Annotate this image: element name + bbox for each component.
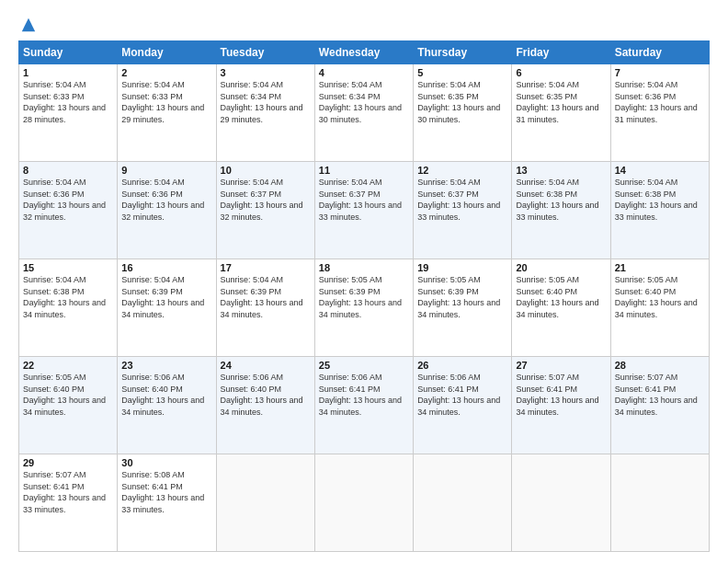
day-info: Sunrise: 5:05 AMSunset: 6:40 PMDaylight:…	[516, 275, 598, 319]
th-friday: Friday	[512, 41, 610, 64]
day-info: Sunrise: 5:04 AMSunset: 6:37 PMDaylight:…	[319, 178, 402, 222]
day-info: Sunrise: 5:05 AMSunset: 6:39 PMDaylight:…	[417, 275, 500, 319]
calendar-day-cell: 15 Sunrise: 5:04 AMSunset: 6:38 PMDaylig…	[19, 259, 118, 357]
calendar-day-cell	[216, 454, 314, 552]
day-info: Sunrise: 5:04 AMSunset: 6:34 PMDaylight:…	[319, 80, 402, 124]
calendar-day-cell: 9 Sunrise: 5:04 AMSunset: 6:36 PMDayligh…	[118, 162, 216, 259]
calendar-week-row: 22 Sunrise: 5:05 AMSunset: 6:40 PMDaylig…	[19, 357, 710, 454]
day-info: Sunrise: 5:06 AMSunset: 6:41 PMDaylight:…	[417, 373, 500, 417]
calendar-week-row: 15 Sunrise: 5:04 AMSunset: 6:38 PMDaylig…	[19, 259, 710, 357]
calendar-week-row: 1 Sunrise: 5:04 AMSunset: 6:33 PMDayligh…	[19, 64, 710, 162]
calendar-day-cell: 1 Sunrise: 5:04 AMSunset: 6:33 PMDayligh…	[19, 64, 118, 162]
day-info: Sunrise: 5:04 AMSunset: 6:34 PMDaylight:…	[221, 80, 303, 124]
calendar-day-cell	[314, 454, 413, 552]
day-number: 11	[319, 165, 409, 176]
day-number: 22	[23, 360, 113, 371]
day-number: 23	[121, 360, 211, 371]
day-info: Sunrise: 5:07 AMSunset: 6:41 PMDaylight:…	[516, 373, 598, 417]
calendar-day-cell: 23 Sunrise: 5:06 AMSunset: 6:40 PMDaylig…	[118, 357, 216, 454]
day-info: Sunrise: 5:04 AMSunset: 6:38 PMDaylight:…	[516, 178, 598, 222]
day-info: Sunrise: 5:05 AMSunset: 6:39 PMDaylight:…	[319, 275, 402, 319]
th-wednesday: Wednesday	[314, 41, 413, 64]
svg-marker-0	[22, 18, 35, 31]
calendar-day-cell: 12 Sunrise: 5:04 AMSunset: 6:37 PMDaylig…	[414, 162, 512, 259]
day-number: 25	[319, 360, 409, 371]
day-info: Sunrise: 5:04 AMSunset: 6:35 PMDaylight:…	[516, 80, 598, 124]
calendar-day-cell: 24 Sunrise: 5:06 AMSunset: 6:40 PMDaylig…	[216, 357, 314, 454]
calendar-day-cell: 14 Sunrise: 5:04 AMSunset: 6:38 PMDaylig…	[610, 162, 709, 259]
calendar-day-cell: 6 Sunrise: 5:04 AMSunset: 6:35 PMDayligh…	[512, 64, 610, 162]
calendar-day-cell: 16 Sunrise: 5:04 AMSunset: 6:39 PMDaylig…	[118, 259, 216, 357]
th-monday: Monday	[118, 41, 216, 64]
day-info: Sunrise: 5:06 AMSunset: 6:40 PMDaylight:…	[221, 373, 303, 417]
day-info: Sunrise: 5:04 AMSunset: 6:36 PMDaylight:…	[121, 178, 204, 222]
day-number: 24	[221, 360, 311, 371]
calendar-day-cell: 2 Sunrise: 5:04 AMSunset: 6:33 PMDayligh…	[118, 64, 216, 162]
day-number: 1	[23, 67, 113, 78]
calendar-day-cell	[414, 454, 512, 552]
day-number: 28	[615, 360, 705, 371]
calendar-day-cell: 30 Sunrise: 5:08 AMSunset: 6:41 PMDaylig…	[118, 454, 216, 552]
calendar-day-cell: 21 Sunrise: 5:05 AMSunset: 6:40 PMDaylig…	[610, 259, 709, 357]
day-number: 4	[319, 67, 409, 78]
day-number: 26	[417, 360, 507, 371]
day-info: Sunrise: 5:04 AMSunset: 6:33 PMDaylight:…	[23, 80, 106, 124]
logo	[18, 17, 37, 31]
day-info: Sunrise: 5:06 AMSunset: 6:41 PMDaylight:…	[319, 373, 402, 417]
calendar-day-cell: 8 Sunrise: 5:04 AMSunset: 6:36 PMDayligh…	[19, 162, 118, 259]
calendar-day-cell: 11 Sunrise: 5:04 AMSunset: 6:37 PMDaylig…	[314, 162, 413, 259]
day-info: Sunrise: 5:04 AMSunset: 6:37 PMDaylight:…	[221, 178, 303, 222]
calendar-week-row: 8 Sunrise: 5:04 AMSunset: 6:36 PMDayligh…	[19, 162, 710, 259]
day-number: 13	[516, 165, 606, 176]
day-info: Sunrise: 5:04 AMSunset: 6:38 PMDaylight:…	[615, 178, 698, 222]
day-info: Sunrise: 5:07 AMSunset: 6:41 PMDaylight:…	[23, 470, 106, 514]
calendar-day-cell: 7 Sunrise: 5:04 AMSunset: 6:36 PMDayligh…	[610, 64, 709, 162]
calendar-day-cell: 29 Sunrise: 5:07 AMSunset: 6:41 PMDaylig…	[19, 454, 118, 552]
day-number: 5	[417, 67, 507, 78]
day-number: 20	[516, 262, 606, 273]
day-info: Sunrise: 5:04 AMSunset: 6:35 PMDaylight:…	[417, 80, 500, 124]
calendar-day-cell	[512, 454, 610, 552]
day-info: Sunrise: 5:04 AMSunset: 6:36 PMDaylight:…	[23, 178, 106, 222]
calendar-day-cell: 4 Sunrise: 5:04 AMSunset: 6:34 PMDayligh…	[314, 64, 413, 162]
calendar-day-cell: 5 Sunrise: 5:04 AMSunset: 6:35 PMDayligh…	[414, 64, 512, 162]
day-info: Sunrise: 5:07 AMSunset: 6:41 PMDaylight:…	[615, 373, 698, 417]
day-info: Sunrise: 5:04 AMSunset: 6:36 PMDaylight:…	[615, 80, 698, 124]
calendar-day-cell: 20 Sunrise: 5:05 AMSunset: 6:40 PMDaylig…	[512, 259, 610, 357]
day-number: 16	[121, 262, 211, 273]
th-thursday: Thursday	[414, 41, 512, 64]
day-number: 6	[516, 67, 606, 78]
calendar-day-cell: 28 Sunrise: 5:07 AMSunset: 6:41 PMDaylig…	[610, 357, 709, 454]
calendar-day-cell: 19 Sunrise: 5:05 AMSunset: 6:39 PMDaylig…	[414, 259, 512, 357]
day-number: 29	[23, 457, 113, 468]
calendar-day-cell: 10 Sunrise: 5:04 AMSunset: 6:37 PMDaylig…	[216, 162, 314, 259]
day-info: Sunrise: 5:04 AMSunset: 6:38 PMDaylight:…	[23, 275, 106, 319]
weekday-header-row: Sunday Monday Tuesday Wednesday Thursday…	[19, 41, 710, 64]
day-number: 2	[121, 67, 211, 78]
calendar-day-cell: 17 Sunrise: 5:04 AMSunset: 6:39 PMDaylig…	[216, 259, 314, 357]
calendar-week-row: 29 Sunrise: 5:07 AMSunset: 6:41 PMDaylig…	[19, 454, 710, 552]
calendar-table: Sunday Monday Tuesday Wednesday Thursday…	[18, 40, 710, 552]
day-number: 12	[417, 165, 507, 176]
calendar-day-cell: 27 Sunrise: 5:07 AMSunset: 6:41 PMDaylig…	[512, 357, 610, 454]
day-info: Sunrise: 5:04 AMSunset: 6:39 PMDaylight:…	[121, 275, 204, 319]
day-info: Sunrise: 5:05 AMSunset: 6:40 PMDaylight:…	[615, 275, 698, 319]
day-number: 30	[121, 457, 211, 468]
calendar-day-cell: 13 Sunrise: 5:04 AMSunset: 6:38 PMDaylig…	[512, 162, 610, 259]
day-number: 18	[319, 262, 409, 273]
th-tuesday: Tuesday	[216, 41, 314, 64]
header	[18, 17, 710, 31]
day-info: Sunrise: 5:06 AMSunset: 6:40 PMDaylight:…	[121, 373, 204, 417]
day-number: 17	[221, 262, 311, 273]
day-number: 7	[615, 67, 705, 78]
day-number: 27	[516, 360, 606, 371]
logo-icon	[20, 17, 37, 33]
day-number: 14	[615, 165, 705, 176]
calendar-day-cell: 18 Sunrise: 5:05 AMSunset: 6:39 PMDaylig…	[314, 259, 413, 357]
calendar-day-cell: 25 Sunrise: 5:06 AMSunset: 6:41 PMDaylig…	[314, 357, 413, 454]
day-number: 3	[221, 67, 311, 78]
calendar-day-cell: 22 Sunrise: 5:05 AMSunset: 6:40 PMDaylig…	[19, 357, 118, 454]
logo-text	[18, 17, 37, 33]
th-sunday: Sunday	[19, 41, 118, 64]
calendar-day-cell: 26 Sunrise: 5:06 AMSunset: 6:41 PMDaylig…	[414, 357, 512, 454]
